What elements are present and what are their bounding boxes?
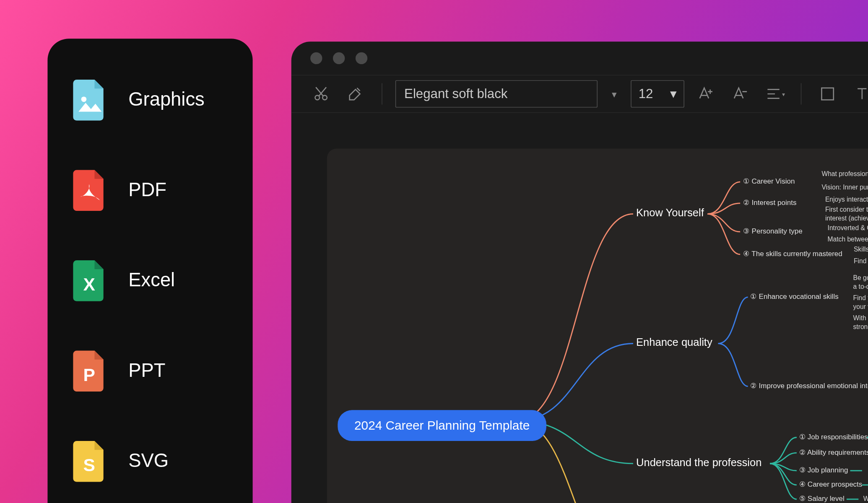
sidebar-item-pdf[interactable]: PDF: [65, 158, 235, 222]
sidebar-label: PDF: [128, 179, 166, 200]
svg-icon: S: [71, 439, 107, 482]
svg-text:P: P: [83, 365, 95, 385]
sub-node[interactable]: ③ Personality type: [743, 227, 802, 236]
branch-node[interactable]: Enhance quality: [636, 336, 712, 349]
image-icon: [71, 78, 107, 121]
sub-node[interactable]: ④ The skills currently mastered: [743, 249, 842, 258]
sidebar-label: PPT: [128, 359, 165, 381]
separator: [382, 83, 382, 104]
pdf-icon: [71, 168, 107, 211]
branch-label-text: Know Yourself: [636, 207, 704, 218]
svg-text:S: S: [83, 455, 95, 475]
separator: [801, 83, 801, 104]
leaf-node[interactable]: What is the approximate salary level of …: [863, 495, 868, 503]
connector-tick: [862, 485, 868, 486]
font-size-selector[interactable]: 12▾: [631, 80, 684, 107]
sidebar-item-excel[interactable]: X Excel: [65, 248, 235, 312]
style-name-label: Elegant soft black: [404, 86, 507, 102]
font-size-label: 12: [639, 86, 653, 102]
branch-label-text: Enhance quality: [636, 336, 712, 348]
sub-node[interactable]: ① Job responsibilities: [799, 433, 868, 441]
leaf-node[interactable]: Be good at breaking down tasks and makin…: [853, 273, 868, 291]
leaf-node[interactable]: First consider the sense of achievement,…: [825, 205, 868, 223]
export-sidebar: Graphics PDF X Excel P PPT S SVG H HTML …: [47, 39, 252, 503]
sub-node[interactable]: ② Ability requirements: [799, 448, 868, 456]
leaf-node[interactable]: Find your own strengths and make up for …: [854, 257, 868, 265]
root-node[interactable]: 2024 Career Planning Template: [338, 410, 546, 441]
sidebar-item-graphics[interactable]: Graphics: [65, 67, 235, 131]
app-window: Elegant soft black ▾ 12▾ ▾: [291, 41, 868, 503]
window-minimize-icon[interactable]: [333, 52, 345, 64]
window-maximize-icon[interactable]: [356, 52, 367, 64]
style-dropdown-icon[interactable]: ▾: [606, 80, 623, 107]
font-decrease-button[interactable]: [727, 81, 753, 107]
leaf-node[interactable]: Find your strengths, identify your stren…: [853, 293, 868, 311]
align-button[interactable]: ▾: [761, 81, 787, 107]
sub-node[interactable]: ⑤ Salary level: [799, 495, 845, 503]
sidebar-item-ppt[interactable]: P PPT: [65, 338, 235, 402]
sidebar-label: Excel: [128, 269, 175, 291]
style-selector[interactable]: Elegant soft black: [395, 80, 598, 107]
excel-icon: X: [71, 259, 107, 301]
window-close-icon[interactable]: [310, 52, 322, 64]
leaf-node[interactable]: Skills in copywriting, data, images, and…: [854, 245, 868, 254]
format-painter-button[interactable]: [343, 81, 369, 107]
svg-point-0: [81, 96, 87, 102]
toolbar: Elegant soft black ▾ 12▾ ▾: [291, 75, 868, 113]
font-increase-button[interactable]: [693, 81, 719, 107]
connector-tick: [847, 499, 858, 500]
leaf-node[interactable]: Vision: Inner pursuit, long-term life go…: [821, 183, 868, 192]
branch-node[interactable]: Understand the profession: [636, 456, 761, 469]
leaf-node[interactable]: Introverted & Outgoing: [828, 223, 868, 232]
text-button[interactable]: [849, 81, 868, 107]
sidebar-label: SVG: [128, 450, 169, 472]
cut-button[interactable]: [308, 81, 334, 107]
sub-node[interactable]: ② Improve professional emotional intelli…: [750, 381, 868, 390]
ppt-icon: P: [71, 349, 107, 392]
chevron-down-icon: ▾: [670, 86, 677, 102]
sub-node[interactable]: ① Career Vision: [743, 177, 795, 186]
sub-node[interactable]: ② Interest points: [743, 199, 796, 207]
sub-node[interactable]: ③ Job planning: [799, 466, 848, 474]
titlebar: [291, 41, 868, 75]
sub-node[interactable]: ① Enhance vocational skills: [750, 293, 838, 301]
shape-button[interactable]: [814, 81, 840, 107]
leaf-node[interactable]: Enjoys interacting with people, abstract…: [825, 195, 868, 204]
root-label: 2024 Career Planning Template: [354, 418, 530, 432]
leaf-node[interactable]: Match between personality and profession: [828, 235, 868, 244]
sidebar-item-svg[interactable]: S SVG: [65, 428, 235, 493]
leaf-node[interactable]: What profession can help you live the li…: [821, 169, 868, 178]
sidebar-label: Graphics: [128, 88, 205, 110]
connector-tick: [850, 470, 862, 471]
sub-node[interactable]: ④ Career prospects: [799, 480, 863, 489]
mindmap-canvas[interactable]: 2024 Career Planning Template Know Yours…: [327, 148, 868, 503]
branch-node[interactable]: Know Yourself: [636, 207, 704, 219]
leaf-node[interactable]: With the ability to label your strengths…: [853, 314, 868, 332]
svg-text:X: X: [83, 274, 95, 294]
svg-rect-9: [821, 88, 833, 100]
branch-label-text: Understand the profession: [636, 456, 761, 468]
